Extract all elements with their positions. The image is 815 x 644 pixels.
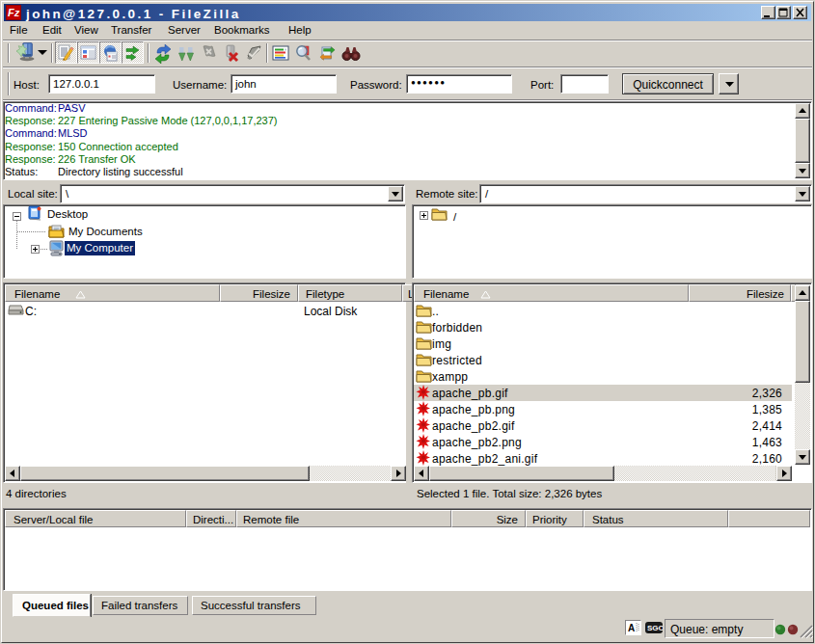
svg-text:A: A	[628, 623, 635, 633]
svg-text:Fz: Fz	[8, 7, 20, 18]
svg-text:SGO: SGO	[647, 624, 663, 632]
